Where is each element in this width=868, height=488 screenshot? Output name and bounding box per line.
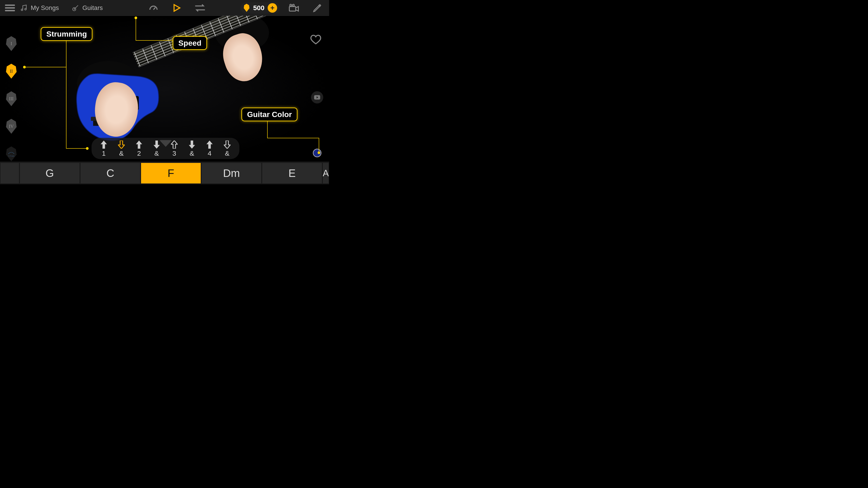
svg-point-1 — [25, 8, 26, 10]
header-bar: My Songs Guitars 500 + — [0, 0, 329, 16]
pick-count: 500 — [253, 4, 265, 12]
pencil-icon — [312, 3, 322, 13]
camera-icon — [288, 3, 300, 12]
chord-bar: GCFDmEA — [0, 162, 329, 184]
strumming-pattern-bar: 1&2&3&4& — [92, 138, 239, 159]
music-note-icon — [20, 4, 28, 12]
strum-arrow-icon — [118, 140, 125, 149]
pick-pattern-4[interactable]: IV — [5, 119, 18, 134]
speed-button[interactable] — [148, 2, 159, 13]
strum-arrow-icon — [100, 140, 107, 149]
strum-step-label: & — [190, 150, 194, 157]
leader-dot — [23, 66, 26, 68]
strum-arrow-icon — [224, 140, 230, 149]
strum-step-5[interactable]: 3 — [169, 140, 180, 157]
pick-selector-column: I II III IV 1.0 mm — [5, 36, 18, 161]
leader-line — [44, 67, 66, 67]
svg-point-0 — [21, 9, 23, 10]
leader-line — [267, 138, 319, 138]
strum-step-label: 2 — [137, 150, 141, 157]
heart-icon — [310, 34, 321, 45]
svg-point-3 — [74, 8, 75, 9]
chord-dm[interactable]: Dm — [202, 163, 261, 184]
youtube-icon — [314, 95, 320, 100]
camera-button[interactable] — [288, 3, 300, 12]
strum-step-2[interactable]: & — [116, 140, 127, 157]
chord-empty-left[interactable] — [0, 163, 19, 184]
callout-guitar-color: Guitar Color — [241, 107, 298, 121]
leader-line — [267, 120, 268, 138]
video-button[interactable] — [311, 91, 323, 103]
strum-arrow-icon — [188, 140, 195, 149]
leader-line — [66, 148, 87, 149]
strum-step-label: & — [225, 150, 229, 157]
strum-step-3[interactable]: 2 — [133, 140, 145, 157]
chord-e[interactable]: E — [262, 163, 322, 184]
play-button[interactable] — [172, 3, 182, 13]
edit-button[interactable] — [312, 3, 322, 13]
leader-dot — [86, 147, 89, 150]
guitars-nav[interactable]: Guitars — [72, 4, 103, 12]
pick-pattern-1[interactable]: I — [5, 36, 18, 51]
strum-step-7[interactable]: 4 — [204, 140, 215, 157]
gauge-icon — [148, 2, 159, 13]
strum-step-label: & — [154, 150, 159, 157]
my-songs-label: My Songs — [31, 4, 59, 11]
leader-dot — [134, 17, 137, 19]
leader-line — [24, 67, 44, 67]
add-picks-button[interactable]: + — [268, 3, 277, 13]
strum-arrow-icon — [135, 140, 143, 149]
pick-pattern-3[interactable]: III — [5, 91, 18, 106]
loop-button[interactable] — [194, 3, 206, 12]
svg-point-5 — [290, 4, 291, 6]
svg-point-6 — [292, 4, 294, 6]
hamburger-menu-icon[interactable] — [5, 3, 15, 13]
my-songs-nav[interactable]: My Songs — [20, 4, 59, 12]
strum-step-4[interactable]: & — [151, 140, 162, 157]
svg-marker-4 — [174, 4, 180, 11]
svg-rect-7 — [289, 6, 296, 11]
leader-line — [66, 41, 66, 149]
leader-line — [319, 138, 319, 152]
chord-overflow-right[interactable]: A — [323, 163, 329, 184]
play-icon — [172, 3, 182, 13]
chord-g[interactable]: G — [20, 163, 80, 184]
strum-step-label: 1 — [102, 150, 106, 157]
callout-strumming: Strumming — [41, 27, 92, 41]
favorite-button[interactable] — [310, 34, 321, 46]
strum-step-8[interactable]: & — [222, 140, 232, 157]
strum-step-label: 4 — [208, 150, 212, 157]
loop-icon — [194, 3, 206, 12]
pick-custom-label: 1.0 mm — [8, 155, 14, 157]
guitars-label: Guitars — [83, 4, 103, 11]
guitar-icon — [72, 4, 79, 12]
stage: I II III IV 1.0 mm POLYGONIUM 1& — [0, 16, 329, 162]
leader-dot — [318, 151, 320, 154]
strum-step-1[interactable]: 1 — [98, 140, 109, 157]
strum-arrow-icon — [206, 140, 213, 149]
strum-step-label: 3 — [173, 150, 176, 157]
strum-step-label: & — [119, 150, 124, 157]
strum-arrow-icon — [171, 140, 178, 149]
strum-arrow-icon — [153, 140, 160, 149]
pick-pattern-2[interactable]: II — [5, 64, 18, 78]
strum-step-6[interactable]: & — [186, 140, 197, 157]
pick-currency-badge[interactable]: 500 + — [241, 2, 280, 13]
callout-speed: Speed — [173, 36, 207, 50]
pick-pattern-custom[interactable]: 1.0 mm — [5, 147, 18, 161]
leader-line — [135, 18, 136, 40]
chord-c[interactable]: C — [81, 163, 140, 184]
leader-line — [135, 40, 174, 41]
pick-currency-icon — [243, 4, 250, 12]
chord-f[interactable]: F — [141, 163, 201, 184]
